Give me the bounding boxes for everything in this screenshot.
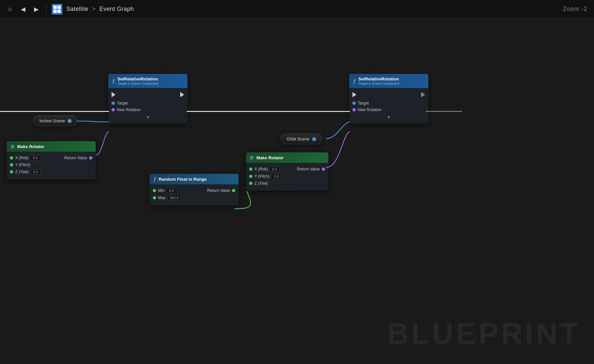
new-rotation-label: New Rotation <box>117 107 141 112</box>
back-button[interactable]: ◀ <box>18 5 28 14</box>
breadcrumb: Satellite > Event Graph <box>66 6 134 13</box>
node-header: ⊞ Make Rotator <box>7 141 96 152</box>
make-icon: ⊞ <box>250 155 254 160</box>
new-rotation-pin-row: New Rotation <box>349 106 428 113</box>
forward-button[interactable]: ▶ <box>32 5 41 14</box>
max-pin-row: Max 360.0 <box>149 194 239 201</box>
node-header: ƒ Random Float in Range <box>149 174 239 184</box>
x-roll-input-pin <box>249 167 252 171</box>
topbar: ☆ ◀ ▶ Satellite > Event Graph Zoom -2 <box>0 0 594 18</box>
y-pitch-value[interactable]: 0.0 <box>272 174 281 179</box>
node-body: X (Roll) 0.0 Return Value Y (Pitch) 0.0 … <box>246 163 328 191</box>
z-yaw-value[interactable]: 0.0 <box>31 169 41 174</box>
divider <box>46 4 47 15</box>
expand-arrow: ▼ <box>349 113 428 120</box>
node-body: X (Roll) 0.0 Return Value Y (Pitch) Z (Y… <box>7 152 96 179</box>
exec-out-pin <box>180 92 184 97</box>
y-pitch-label: Y (Pitch) <box>254 174 270 179</box>
max-input-pin <box>153 196 156 199</box>
x-roll-pin-row: X (Roll) 0.0 Return Value <box>7 154 96 162</box>
return-value-label: Return Value <box>64 156 87 160</box>
min-input-pin <box>153 189 156 192</box>
breadcrumb-satellite[interactable]: Satellite <box>66 6 88 12</box>
z-yaw-pin-row: Z (Yaw) <box>246 180 328 187</box>
x-roll-input-pin <box>10 156 13 160</box>
node-title: Random Float in Range <box>159 177 207 182</box>
z-yaw-pin-row: Z (Yaw) 0.0 <box>7 168 96 175</box>
target-pin-row: Target <box>349 100 428 106</box>
exec-in-pin <box>352 92 356 97</box>
new-rotation-input-pin <box>112 108 115 111</box>
target-label: Target <box>117 101 128 106</box>
incline-scene-output-pin <box>68 119 72 123</box>
set-relative-rotation-2-node: ƒ SetRelativeRotation Target is Scene Co… <box>349 74 428 124</box>
x-roll-value[interactable]: 0.0 <box>30 155 40 161</box>
func-icon: ƒ <box>112 78 115 84</box>
target-pin-row: Target <box>108 100 187 106</box>
blueprint-watermark: BLUEPRINT <box>387 317 581 351</box>
func-icon: ƒ <box>153 176 156 182</box>
y-pitch-input-pin <box>10 163 13 167</box>
z-yaw-label: Z (Yaw) <box>15 169 29 174</box>
target-input-pin <box>112 102 115 105</box>
z-yaw-label: Z (Yaw) <box>254 181 268 186</box>
y-pitch-label: Y (Pitch) <box>15 163 30 167</box>
target-input-pin <box>352 102 356 105</box>
node-subtitle: Target is Scene Component <box>117 82 158 85</box>
min-pin-row: Min 0.0 Return Value <box>149 187 239 194</box>
func-icon: ƒ <box>353 78 356 84</box>
y-pitch-input-pin <box>249 175 252 178</box>
exec-in-pin <box>112 92 116 97</box>
x-roll-label: X (Roll) <box>15 156 28 160</box>
blueprint-icon <box>52 4 62 15</box>
random-float-node: ƒ Random Float in Range Min 0.0 Return V… <box>149 174 239 205</box>
orbit-scene-output-pin <box>312 137 316 141</box>
node-title: SetRelativeRotation <box>358 76 399 81</box>
x-roll-value[interactable]: 0.0 <box>270 167 280 172</box>
node-title: Make Rotator <box>17 144 44 149</box>
set-relative-rotation-1-node: ƒ SetRelativeRotation Target is Scene Co… <box>108 74 187 124</box>
y-pitch-pin-row: Y (Pitch) <box>7 162 96 168</box>
exec-out-pin <box>421 92 425 97</box>
make-rotator-2-node: ⊞ Make Rotator X (Roll) 0.0 Return Value… <box>246 152 328 191</box>
max-label: Max <box>158 196 166 200</box>
orbit-scene-node: Orbit Scene <box>280 134 322 144</box>
target-label: Target <box>358 101 369 106</box>
node-title: SetRelativeRotation <box>117 76 158 81</box>
incline-scene-node: Incline Scene <box>33 115 78 126</box>
node-subtitle: Target is Scene Component <box>358 82 399 85</box>
new-rotation-input-pin <box>352 108 356 111</box>
zoom-level: Zoom -2 <box>563 6 587 13</box>
node-header: ⊞ Make Rotator <box>246 152 328 163</box>
min-label: Min <box>158 188 164 193</box>
orbit-scene-label: Orbit Scene <box>287 136 310 141</box>
return-value-label: Return Value <box>207 188 230 193</box>
breadcrumb-sep: > <box>92 6 97 12</box>
node-body: Min 0.0 Return Value Max 360.0 <box>149 184 239 205</box>
y-pitch-pin-row: Y (Pitch) 0.0 <box>246 173 328 180</box>
incline-scene-label: Incline Scene <box>39 118 65 123</box>
return-value-output-pin <box>232 189 235 192</box>
min-value[interactable]: 0.0 <box>166 188 176 193</box>
make-icon: ⊞ <box>11 144 15 149</box>
node-header: ƒ SetRelativeRotation Target is Scene Co… <box>349 74 428 88</box>
favorite-icon[interactable]: ☆ <box>5 5 15 14</box>
x-roll-pin-row: X (Roll) 0.0 Return Value <box>246 166 328 173</box>
node-body: Target New Rotation ▼ <box>349 88 428 124</box>
return-value-label: Return Value <box>297 167 320 171</box>
node-header: ƒ SetRelativeRotation Target is Scene Co… <box>108 74 187 88</box>
node-body: Target New Rotation ▼ <box>108 88 187 124</box>
z-yaw-input-pin <box>10 170 13 173</box>
new-rotation-pin-row: New Rotation <box>108 106 187 113</box>
x-roll-label: X (Roll) <box>254 167 268 171</box>
new-rotation-label: New Rotation <box>358 107 381 112</box>
node-title: Make Rotator <box>256 155 283 160</box>
return-value-output-pin <box>89 156 92 160</box>
exec-row <box>349 91 428 99</box>
breadcrumb-event-graph[interactable]: Event Graph <box>99 6 134 12</box>
return-value-output-pin <box>322 167 325 171</box>
expand-arrow: ▼ <box>108 113 187 120</box>
max-value[interactable]: 360.0 <box>168 195 181 200</box>
make-rotator-1-node: ⊞ Make Rotator X (Roll) 0.0 Return Value… <box>7 141 96 179</box>
exec-row <box>108 91 187 99</box>
